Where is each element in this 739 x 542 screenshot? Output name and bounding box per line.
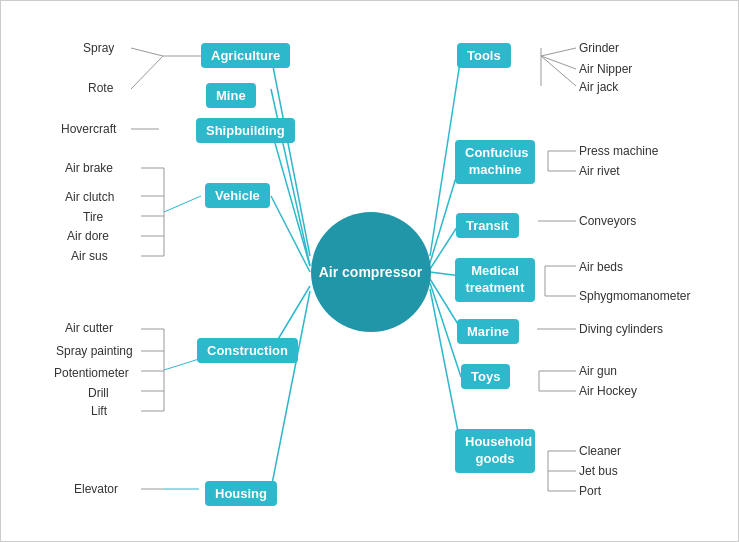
svg-line-47 xyxy=(430,289,461,447)
mind-map-diagram: Air compressor Agriculture Mine Shipbuil… xyxy=(1,1,739,542)
leaf-cleaner: Cleaner xyxy=(579,444,621,458)
leaf-hovercraft: Hovercraft xyxy=(61,122,116,136)
leaf-airgun: Air gun xyxy=(579,364,617,378)
construction-box: Construction xyxy=(197,338,298,363)
svg-line-14 xyxy=(164,196,201,212)
leaf-airrivet: Air rivet xyxy=(579,164,620,178)
agriculture-box: Agriculture xyxy=(201,43,290,68)
leaf-rote: Rote xyxy=(88,81,113,95)
leaf-aircutter: Air cutter xyxy=(65,321,113,335)
leaf-airdore: Air dore xyxy=(67,229,109,243)
medical-box: Medical treatment xyxy=(455,258,535,302)
svg-line-3 xyxy=(131,56,163,89)
transit-box: Transit xyxy=(456,213,519,238)
leaf-tire: Tire xyxy=(83,210,103,224)
leaf-airsus: Air sus xyxy=(71,249,108,263)
tools-box: Tools xyxy=(457,43,511,68)
leaf-spray: Spray xyxy=(83,41,114,55)
svg-line-5 xyxy=(271,129,310,266)
leaf-conveyors: Conveyors xyxy=(579,214,636,228)
svg-line-27 xyxy=(541,48,576,56)
center-node: Air compressor xyxy=(311,212,431,332)
svg-line-28 xyxy=(541,56,576,69)
vehicle-box: Vehicle xyxy=(205,183,270,208)
leaf-port: Port xyxy=(579,484,601,498)
toys-box: Toys xyxy=(461,364,510,389)
leaf-potentiometer: Potentiometer xyxy=(54,366,129,380)
mine-box: Mine xyxy=(206,83,256,108)
leaf-pressmachine: Press machine xyxy=(579,144,658,158)
svg-line-4 xyxy=(271,89,310,266)
shipbuilding-box: Shipbuilding xyxy=(196,118,295,143)
svg-line-2 xyxy=(131,48,163,56)
center-label: Air compressor xyxy=(319,264,422,280)
svg-line-22 xyxy=(164,359,199,370)
leaf-spraypainting: Spray painting xyxy=(56,344,133,358)
leaf-divingcylinders: Diving cylinders xyxy=(579,322,663,336)
leaf-airbeds: Air beds xyxy=(579,260,623,274)
housing-box: Housing xyxy=(205,481,277,506)
household-box: Household goods xyxy=(455,429,535,473)
confucius-box: Confucius machine xyxy=(455,140,535,184)
leaf-airhockey: Air Hockey xyxy=(579,384,637,398)
leaf-grinder: Grinder xyxy=(579,41,619,55)
svg-line-0 xyxy=(271,56,310,256)
leaf-airnipper: Air Nipper xyxy=(579,62,632,76)
leaf-elevator: Elevator xyxy=(74,482,118,496)
leaf-lift: Lift xyxy=(91,404,107,418)
marine-box: Marine xyxy=(457,319,519,344)
leaf-drill: Drill xyxy=(88,386,109,400)
leaf-airjack: Air jack xyxy=(579,80,618,94)
svg-line-7 xyxy=(271,196,310,272)
leaf-airbrake: Air brake xyxy=(65,161,113,175)
leaf-sphygmo: Sphygmomanometer xyxy=(579,289,690,303)
leaf-airclutch: Air clutch xyxy=(65,190,114,204)
svg-line-29 xyxy=(541,56,576,86)
leaf-jetbus: Jet bus xyxy=(579,464,618,478)
svg-line-23 xyxy=(271,291,310,489)
